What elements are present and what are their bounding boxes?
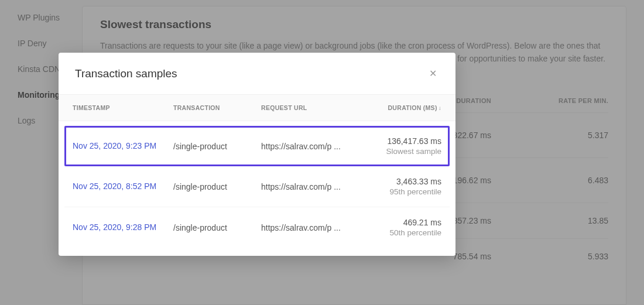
- timestamp-link[interactable]: Nov 25, 2020, 9:23 PM: [68, 140, 173, 152]
- sample-label: 50th percentile: [361, 228, 441, 237]
- sample-row[interactable]: Nov 25, 2020, 9:23 PM /single-product ht…: [64, 126, 450, 166]
- timestamp-link[interactable]: Nov 25, 2020, 8:52 PM: [68, 181, 173, 193]
- transaction-cell: /single-product: [173, 182, 261, 191]
- sample-label: 95th percentile: [361, 187, 441, 196]
- timestamp-link[interactable]: Nov 25, 2020, 9:28 PM: [68, 222, 173, 234]
- transaction-cell: /single-product: [173, 223, 261, 232]
- modal-table-body: Nov 25, 2020, 9:23 PM /single-product ht…: [59, 121, 455, 256]
- col-transaction-header[interactable]: TRANSACTION: [173, 104, 261, 111]
- sample-row[interactable]: Nov 25, 2020, 9:28 PM /single-product ht…: [64, 207, 450, 248]
- col-timestamp-header[interactable]: TIMESTAMP: [68, 104, 173, 111]
- col-duration-label: DURATION (MS): [388, 104, 437, 111]
- transaction-samples-modal: Transaction samples ✕ TIMESTAMP TRANSACT…: [59, 53, 455, 256]
- sample-label: Slowest sample: [361, 147, 441, 156]
- transaction-cell: /single-product: [173, 142, 261, 151]
- request-url-cell: https://salrav.com/p ...: [261, 142, 361, 151]
- sort-desc-icon: ↓: [439, 105, 441, 111]
- modal-title: Transaction samples: [75, 67, 177, 80]
- modal-table-header: TIMESTAMP TRANSACTION REQUEST URL DURATI…: [59, 94, 455, 121]
- duration-value: 3,463.33 ms: [361, 177, 441, 186]
- col-request-url-header[interactable]: REQUEST URL: [261, 104, 361, 111]
- request-url-cell: https://salrav.com/p ...: [261, 182, 361, 191]
- col-duration-header[interactable]: DURATION (MS)↓: [361, 104, 446, 111]
- duration-value: 469.21 ms: [361, 218, 441, 227]
- duration-value: 136,417.63 ms: [361, 136, 441, 146]
- close-icon[interactable]: ✕: [427, 66, 439, 81]
- request-url-cell: https://salrav.com/p ...: [261, 223, 361, 232]
- sample-row[interactable]: Nov 25, 2020, 8:52 PM /single-product ht…: [64, 166, 450, 207]
